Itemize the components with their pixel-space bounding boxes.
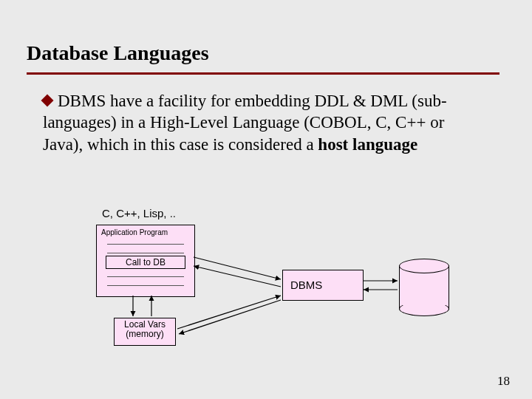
local-vars-line1: Local Vars (124, 319, 166, 330)
embedding-diagram: C, C++, Lisp, .. Application Program Cal… (96, 207, 480, 369)
code-line-icon (107, 238, 184, 245)
svg-line-0 (194, 257, 281, 279)
app-program-title: Application Program (101, 228, 190, 236)
local-vars-line2: (memory) (126, 329, 163, 339)
svg-line-1 (194, 266, 281, 287)
call-to-db-box: Call to DB (106, 256, 185, 269)
svg-line-4 (177, 296, 281, 329)
page-number: 18 (497, 374, 510, 389)
bullet-part-2-bold: host language (318, 135, 417, 154)
application-program-box: Application Program Call to DB (96, 225, 195, 297)
bullet-text: DBMS have a facility for embedding DDL &… (43, 90, 486, 155)
dbms-box: DBMS (282, 270, 364, 301)
slide-title: Database Languages (27, 41, 209, 65)
code-line-icon (107, 247, 184, 253)
language-label: C, C++, Lisp, .. (102, 207, 176, 219)
database-cylinder-icon (399, 259, 448, 316)
code-line-icon (107, 279, 184, 286)
svg-line-5 (179, 300, 281, 334)
slide: Database Languages DBMS have a facility … (0, 0, 532, 399)
local-vars-box: Local Vars (memory) (114, 318, 176, 346)
diamond-bullet-icon (41, 95, 54, 107)
title-underline (27, 72, 499, 75)
code-line-icon (107, 270, 184, 277)
